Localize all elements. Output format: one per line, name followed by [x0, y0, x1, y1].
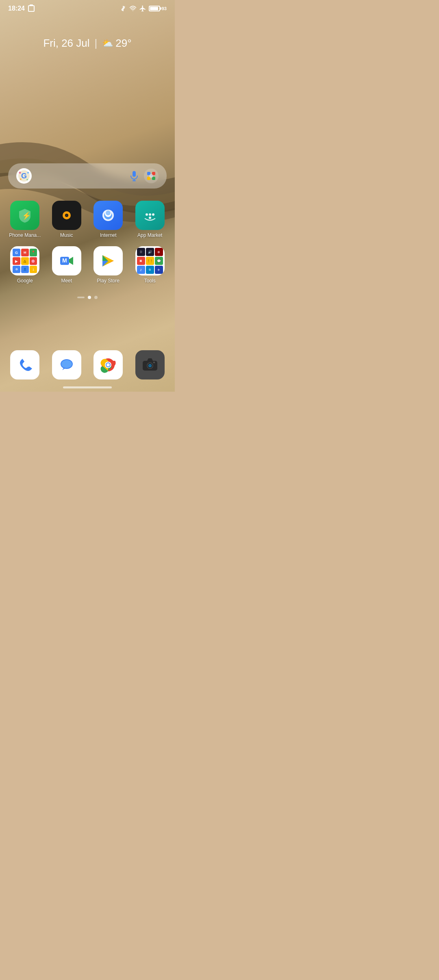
svg-rect-10: [147, 172, 150, 175]
svg-rect-12: [147, 177, 150, 180]
internet-icon: [93, 201, 123, 230]
camera-dock-icon: [135, 350, 165, 379]
app-grid: ⚡ Phone Mana... Music Internet: [6, 201, 169, 284]
wifi-icon: [129, 5, 137, 12]
home-indicator[interactable]: [63, 386, 112, 388]
time-display: 18:24: [8, 5, 25, 12]
status-bar: 18:24 93: [0, 0, 175, 15]
meet-label: Meet: [61, 278, 72, 284]
svg-point-38: [106, 363, 110, 366]
page-indicator-0: [77, 297, 85, 298]
page-indicators: [0, 296, 175, 299]
phone-dock-icon: [10, 350, 39, 379]
google-folder-icon: G M 📍 ▶ △ 🌸 ✿ 👤 1: [10, 246, 39, 275]
app-music[interactable]: Music: [48, 201, 86, 238]
internet-label: Internet: [100, 232, 117, 238]
svg-point-34: [61, 360, 72, 368]
svg-point-5: [20, 178, 22, 180]
svg-text:⚡: ⚡: [22, 211, 31, 220]
app-market-label: App Market: [137, 232, 162, 238]
svg-text:M: M: [62, 257, 67, 264]
airplane-icon: [139, 5, 146, 12]
dock-camera[interactable]: [131, 350, 169, 379]
svg-point-4: [27, 172, 29, 173]
phone-manager-label: Phone Mana...: [9, 232, 41, 238]
page-indicator-2: [94, 296, 98, 299]
date-weather-widget[interactable]: Fri, 26 Jul | ⛅ 29°: [0, 37, 175, 50]
search-bar-container: G: [8, 163, 167, 189]
google-logo: G: [16, 168, 32, 184]
date-text: Fri, 26 Jul: [43, 37, 89, 50]
tools-folder-label: Tools: [144, 278, 156, 284]
status-icons-group: 93: [120, 5, 167, 12]
chrome-dock-icon: [93, 350, 123, 379]
svg-point-16: [151, 175, 152, 176]
svg-text:G: G: [21, 172, 27, 180]
svg-point-25: [146, 213, 148, 216]
app-market-icon: [135, 201, 165, 230]
page-indicator-1: [88, 296, 91, 299]
svg-point-26: [149, 213, 151, 216]
search-bar[interactable]: G: [8, 163, 167, 189]
svg-point-24: [106, 210, 111, 215]
battery-indicator: 93: [149, 6, 167, 11]
wallpaper: [0, 0, 175, 392]
weather-icon: ⛅: [102, 38, 113, 49]
app-google-folder[interactable]: G M 📍 ▶ △ 🌸 ✿ 👤 1 Google: [6, 246, 44, 284]
dock: [6, 350, 169, 379]
svg-rect-7: [133, 171, 136, 177]
dock-phone[interactable]: [6, 350, 44, 379]
tools-folder-icon: ⟨⟩ 🔊 ⊕ ▣ ⋮⋮ 💬 Z ⧉ ✈: [135, 246, 165, 275]
phone-manager-icon: ⚡: [10, 201, 39, 230]
svg-point-15: [150, 175, 152, 177]
meet-icon: M: [52, 246, 81, 275]
app-play-store[interactable]: Play Store: [89, 246, 127, 284]
svg-point-0: [133, 10, 133, 11]
play-store-icon: [93, 246, 123, 275]
weather-info: ⛅ 29°: [102, 37, 131, 50]
svg-point-44: [153, 362, 155, 363]
calendar-icon: [28, 5, 35, 12]
bluetooth-icon: [120, 5, 127, 12]
app-internet[interactable]: Internet: [89, 201, 127, 238]
dock-chrome[interactable]: [89, 350, 127, 379]
app-phone-manager[interactable]: ⚡ Phone Mana...: [6, 201, 44, 238]
app-meet[interactable]: M Meet: [48, 246, 86, 284]
messages-dock-icon: [52, 350, 81, 379]
music-label: Music: [60, 232, 73, 238]
dock-messages[interactable]: [48, 350, 86, 379]
svg-point-20: [66, 215, 67, 216]
microphone-icon[interactable]: [128, 170, 140, 182]
temperature: 29°: [115, 37, 131, 50]
google-lens-icon[interactable]: [144, 169, 159, 183]
svg-rect-13: [152, 177, 155, 180]
date-divider: |: [95, 37, 98, 50]
app-tools-folder[interactable]: ⟨⟩ 🔊 ⊕ ▣ ⋮⋮ 💬 Z ⧉ ✈ Tools: [131, 246, 169, 284]
svg-point-43: [149, 365, 151, 366]
google-folder-label: Google: [17, 278, 33, 284]
play-store-label: Play Store: [97, 278, 120, 284]
app-market[interactable]: App Market: [131, 201, 169, 238]
svg-point-6: [26, 179, 28, 180]
svg-rect-11: [152, 172, 155, 175]
svg-point-3: [19, 172, 21, 174]
music-icon: [52, 201, 81, 230]
svg-point-28: [149, 217, 151, 219]
svg-point-27: [152, 213, 154, 216]
